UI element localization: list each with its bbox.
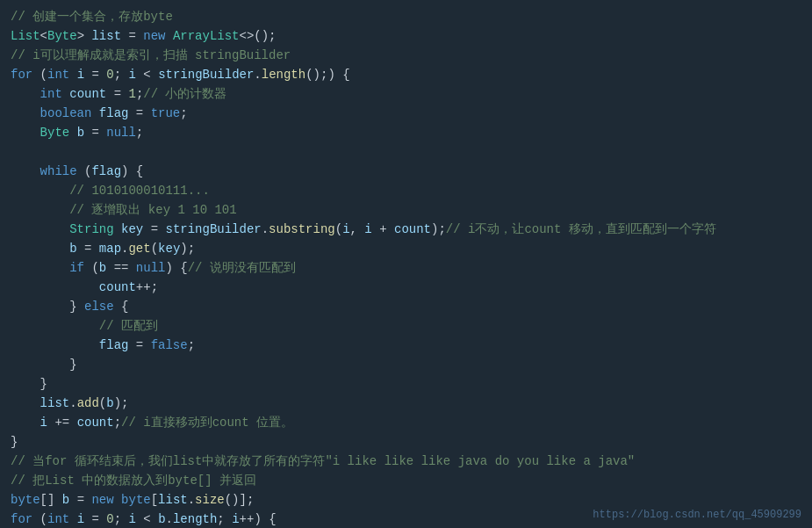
code-line-11: // 逐增取出 key 1 10 101 <box>11 200 801 220</box>
code-line-9: while (flag) { <box>11 162 801 181</box>
code-line-14: if (b == null) {// 说明没有匹配到 <box>11 258 801 278</box>
code-line-4: for (int i = 0; i < stringBuilder.length… <box>11 65 801 84</box>
code-line-2: List<Byte> list = new ArrayList<>(); <box>11 26 801 46</box>
code-line-3: // i可以理解成就是索引，扫描 stringBuilder <box>11 46 801 65</box>
code-line-6: boolean flag = true; <box>11 104 801 123</box>
code-line-19: } <box>11 355 801 374</box>
code-line-13: b = map.get(key); <box>11 239 801 258</box>
code-line-23: } <box>11 432 801 452</box>
code-line-7: Byte b = null; <box>11 123 801 142</box>
code-line-26: byte[] b = new byte[list.size()]; <box>11 490 801 510</box>
code-line-18: flag = false; <box>11 336 801 355</box>
code-line-24: // 当for 循环结束后，我们list中就存放了所有的字符"i like li… <box>11 452 801 471</box>
code-line-12: String key = stringBuilder.substring(i, … <box>11 220 801 239</box>
code-line-5: int count = 1;// 小的计数器 <box>11 84 801 104</box>
code-line-21: list.add(b); <box>11 394 801 413</box>
code-line-1: // 创建一个集合，存放byte <box>11 7 801 26</box>
code-line-17: // 匹配到 <box>11 316 801 336</box>
code-line-22: i += count;// i直接移动到count 位置。 <box>11 413 801 432</box>
type-list: List <box>11 29 40 43</box>
code-line-16: } else { <box>11 297 801 316</box>
code-line-10: // 1010100010111... <box>11 181 801 200</box>
comment-1: // 创建一个集合，存放byte <box>11 10 173 24</box>
code-container: // 创建一个集合，存放byte List<Byte> list = new A… <box>0 0 812 528</box>
watermark: https://blog.csdn.net/qq_45909299 <box>593 509 801 521</box>
code-line-8 <box>11 142 801 162</box>
code-line-25: // 把List 中的数据放入到byte[] 并返回 <box>11 471 801 490</box>
code-line-15: count++; <box>11 278 801 297</box>
code-line-20: } <box>11 374 801 394</box>
